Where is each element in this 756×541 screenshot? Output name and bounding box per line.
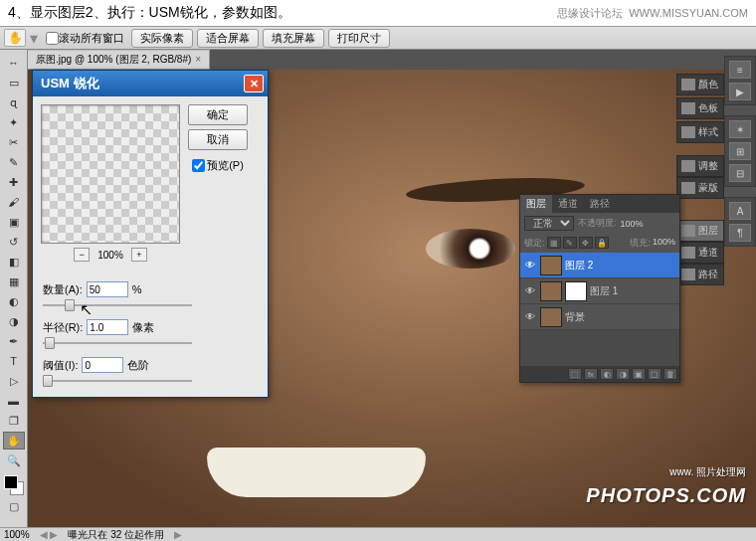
layer-row-1[interactable]: 👁 图层 1 (520, 278, 679, 304)
lock-pixels-icon[interactable]: ✎ (563, 237, 577, 249)
preview-checkbox[interactable]: 预览(P) (192, 158, 244, 173)
dialog-close-button[interactable]: ✕ (244, 75, 264, 92)
radius-input[interactable] (87, 319, 128, 335)
wand-tool[interactable]: ✦ (3, 113, 25, 131)
zoom-in-button[interactable]: + (131, 248, 147, 262)
layer-thumb[interactable] (540, 281, 562, 301)
visibility-icon[interactable]: 👁 (523, 310, 537, 324)
hand-tool[interactable]: ✋ (3, 432, 25, 450)
lasso-tool[interactable]: ɋ (3, 93, 25, 111)
lock-all-icon[interactable]: 🔒 (595, 237, 609, 249)
threshold-input[interactable] (82, 357, 123, 373)
actions-dock-icon[interactable]: ▶ (729, 83, 751, 100)
delete-layer-icon[interactable]: 🗑 (663, 368, 677, 380)
zoom-out-button[interactable]: − (74, 248, 90, 262)
dodge-tool[interactable]: ◑ (3, 312, 25, 330)
layer-name[interactable]: 背景 (565, 310, 585, 324)
layer-group-icon[interactable]: ▣ (632, 368, 646, 380)
cancel-button[interactable]: 取消 (188, 129, 248, 150)
fill-value[interactable]: 100% (653, 237, 675, 250)
link-layers-icon[interactable]: ⬚ (568, 368, 582, 380)
layer-name[interactable]: 图层 1 (590, 284, 618, 298)
dialog-titlebar[interactable]: USM 锐化 ✕ (33, 71, 268, 96)
swatches-tab[interactable]: 色板 (676, 97, 724, 119)
adjustment-layer-icon[interactable]: ◑ (616, 368, 630, 380)
gradient-tool[interactable]: ▦ (3, 272, 25, 290)
3d-tool[interactable]: ❐ (3, 412, 25, 430)
brush-tool[interactable]: 🖌 (3, 193, 25, 211)
quickmask-toggle[interactable]: ▢ (3, 497, 25, 515)
eyedropper-tool[interactable]: ✎ (3, 153, 25, 171)
radius-slider[interactable] (43, 337, 192, 349)
layer-thumb[interactable] (540, 256, 562, 275)
toolpresets-dock-icon[interactable]: ⊟ (729, 164, 751, 182)
shape-tool[interactable]: ▬ (3, 392, 25, 410)
threshold-slider[interactable] (43, 375, 192, 387)
history-brush-tool[interactable]: ↺ (3, 233, 25, 251)
lp-tab-paths[interactable]: 路径 (584, 195, 616, 213)
channels-icon (681, 247, 695, 259)
type-tool[interactable]: T (3, 352, 25, 370)
layer-mask-icon[interactable]: ◐ (600, 368, 614, 380)
adjust-icon (681, 160, 695, 172)
lock-position-icon[interactable]: ✥ (579, 237, 593, 249)
channels-tab[interactable]: 通道 (676, 242, 724, 264)
fill-screen-button[interactable]: 填充屏幕 (263, 29, 324, 48)
mask-icon (681, 182, 695, 194)
layers-tab[interactable]: 图层 (676, 220, 724, 242)
stamp-tool[interactable]: ▣ (3, 213, 25, 231)
opacity-value[interactable]: 100% (621, 219, 644, 229)
heal-tool[interactable]: ✚ (3, 173, 25, 191)
lp-tab-channels[interactable]: 通道 (552, 195, 584, 213)
brushes-dock-icon[interactable]: ✶ (729, 120, 751, 138)
marquee-tool[interactable]: ▭ (3, 74, 25, 91)
threshold-unit: 色阶 (127, 358, 149, 373)
new-layer-icon[interactable]: ▢ (648, 368, 662, 380)
styles-tab[interactable]: 样式 (676, 121, 724, 143)
amount-input[interactable] (87, 281, 128, 297)
zoom-tool[interactable]: 🔍 (3, 451, 25, 469)
paths-tab[interactable]: 路径 (676, 264, 724, 285)
clone-dock-icon[interactable]: ⊞ (729, 142, 751, 160)
close-tab-icon[interactable]: × (195, 54, 201, 65)
scroll-all-checkbox[interactable]: 滚动所有窗口 (46, 31, 124, 46)
document-tab[interactable]: 原图.jpg @ 100% (图层 2, RGB/8#) × (28, 51, 210, 69)
blend-mode-select[interactable]: 正常 (524, 216, 574, 231)
actual-pixels-button[interactable]: 实际像素 (131, 29, 193, 48)
pen-tool[interactable]: ✒ (3, 332, 25, 350)
lp-tab-layers[interactable]: 图层 (520, 195, 552, 213)
visibility-icon[interactable]: 👁 (523, 284, 537, 298)
lock-transparent-icon[interactable]: ▦ (547, 237, 561, 249)
path-tool[interactable]: ▷ (3, 372, 25, 390)
layer-thumb[interactable] (540, 307, 562, 327)
zoom-level[interactable]: 100% (4, 529, 30, 540)
char-dock-icon[interactable]: A (729, 202, 751, 220)
move-tool[interactable]: ↔ (3, 54, 25, 72)
color-swatch[interactable] (4, 475, 24, 495)
crop-tool[interactable]: ✂ (3, 133, 25, 151)
blur-tool[interactable]: ◐ (3, 292, 25, 310)
layer-row-bg[interactable]: 👁 背景 (520, 304, 679, 330)
eraser-tool[interactable]: ◧ (3, 253, 25, 270)
para-dock-icon[interactable]: ¶ (729, 224, 751, 242)
color-tab[interactable]: 颜色 (676, 74, 724, 95)
amount-slider[interactable] (43, 299, 192, 311)
layer-name[interactable]: 图层 2 (565, 259, 593, 272)
fit-screen-button[interactable]: 适合屏幕 (197, 29, 259, 48)
layer-row-2[interactable]: 👁 图层 2 (520, 253, 679, 278)
preview-box[interactable] (41, 104, 180, 244)
masks-tab[interactable]: 蒙版 (676, 177, 724, 199)
hand-tool-icon[interactable]: ✋ (4, 29, 26, 47)
layer-mask-thumb[interactable] (565, 281, 587, 301)
ok-button[interactable]: 确定 (188, 104, 248, 125)
layer-fx-icon[interactable]: fx (584, 368, 598, 380)
teeth (207, 448, 426, 497)
visibility-icon[interactable]: 👁 (523, 259, 537, 272)
radius-unit: 像素 (132, 320, 154, 335)
color-panel-tabs: 颜色 色板 样式 (676, 74, 724, 143)
adjustments-tab[interactable]: 调整 (676, 155, 724, 177)
toolbox: ↔ ▭ ɋ ✦ ✂ ✎ ✚ 🖌 ▣ ↺ ◧ ▦ ◐ ◑ ✒ T ▷ ▬ ❐ ✋ … (0, 50, 28, 527)
history-dock-icon[interactable]: ≡ (729, 61, 751, 79)
fg-color[interactable] (4, 475, 18, 489)
print-size-button[interactable]: 打印尺寸 (328, 29, 390, 48)
